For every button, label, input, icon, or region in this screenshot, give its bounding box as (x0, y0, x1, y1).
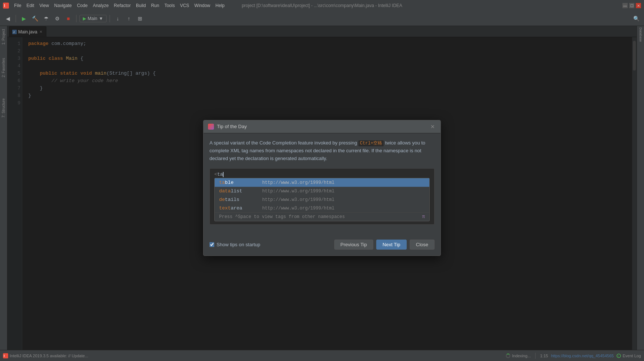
dialog-buttons: Previous Tip Next Tip Close (334, 240, 435, 250)
svg-text:I: I (4, 354, 5, 358)
search-everywhere-button[interactable]: 🔍 (631, 14, 641, 23)
ac-item-textarea[interactable]: textarea http://www.w3.org/1999/html (215, 204, 429, 212)
ac-item-table-name: table (219, 180, 256, 185)
ac-typed-data: data (219, 188, 231, 194)
blog-url-label: https://blog.csdn.net/qq_45454565 (551, 354, 614, 358)
ac-item-table-url: http://www.w3.org/1999/html (262, 180, 334, 185)
close-button[interactable]: ✕ (636, 3, 641, 8)
back-button[interactable]: ◀ (3, 14, 13, 23)
dialog-text-before: A special variant of the Code Completion… (209, 140, 357, 146)
show-tips-label: Show tips on startup (217, 242, 260, 247)
menu-item-run[interactable]: Run (149, 2, 162, 9)
event-log[interactable]: i Event Log (617, 354, 641, 358)
ac-item-datalist-name: datalist (219, 188, 256, 194)
main-layout: 1: Project 2: Favorites 7: Structure J M… (0, 26, 644, 350)
event-log-label: Event Log (622, 354, 641, 358)
demo-tag-bracket: < (214, 172, 217, 177)
toolbar-separator-3 (110, 15, 110, 22)
run-config-dropdown-icon: ▼ (99, 16, 103, 21)
git-push-button[interactable]: ↑ (124, 14, 134, 23)
demo-cursor (223, 172, 224, 177)
indexing-label: Indexing... (512, 354, 531, 358)
menu-item-code[interactable]: Code (75, 2, 90, 9)
show-tips-checkbox-label[interactable]: Show tips on startup (209, 242, 260, 247)
idea-update-status[interactable]: I IntelliJ IDEA 2019.3.5 available: // U… (3, 353, 88, 358)
git-update-button[interactable]: ↓ (113, 14, 123, 23)
stop-button[interactable]: ■ (64, 14, 73, 23)
autocomplete-popup: table http://www.w3.org/1999/html datali… (214, 178, 430, 221)
dialog-title: Tip of the Day (217, 124, 426, 129)
cursor-position[interactable]: 1:15 (540, 354, 548, 358)
terminal-button[interactable]: ⊞ (135, 14, 145, 23)
dialog-title-bar: Tip of the Day ✕ (204, 120, 440, 133)
menu-item-file[interactable]: File (12, 2, 23, 9)
close-dialog-button[interactable]: Close (410, 240, 435, 250)
menu-item-edit[interactable]: Edit (24, 2, 36, 9)
dialog-overlay: Tip of the Day ✕ A special variant of th… (7, 26, 637, 350)
dialog-icon (208, 124, 214, 130)
menu-item-tools[interactable]: Tools (162, 2, 177, 9)
run-config-label: Main (88, 16, 97, 21)
indexing-spinner (506, 354, 510, 358)
dialog-demo-area: <ta table http://www.w3.org/1999/html da… (209, 168, 435, 225)
sidebar-item-favorites[interactable]: 2: Favorites (0, 55, 7, 80)
ac-typed-de: de (219, 197, 225, 202)
coverage-button[interactable]: ☂ (41, 14, 51, 23)
menu-item-view[interactable]: View (37, 2, 51, 9)
show-tips-checkbox[interactable] (209, 242, 214, 247)
ac-item-details-url: http://www.w3.org/1999/html (262, 197, 334, 202)
ac-item-table[interactable]: table http://www.w3.org/1999/html (215, 178, 429, 187)
indexing-indicator: Indexing... (506, 354, 531, 358)
ac-item-details[interactable]: details http://www.w3.org/1999/html (215, 195, 429, 204)
minimize-button[interactable]: — (622, 3, 628, 8)
ac-rest-ble: ble (225, 180, 234, 185)
blog-link[interactable]: https://blog.csdn.net/qq_45454565 (551, 354, 614, 358)
run-config-icon: ▶ (83, 16, 86, 21)
svg-point-6 (617, 354, 621, 358)
pi-icon: π (422, 214, 425, 219)
run-button[interactable]: ▶ (19, 14, 29, 23)
svg-text:i: i (618, 354, 619, 358)
menu-item-help[interactable]: Help (213, 2, 227, 9)
window-controls: — ☐ ✕ (622, 3, 641, 8)
next-tip-button[interactable]: Next Tip (376, 240, 407, 250)
profile-button[interactable]: ⚙ (52, 14, 62, 23)
ac-item-details-name: details (219, 197, 256, 202)
toolbar: ◀ ▶ 🔨 ☂ ⚙ ■ ▶ Main ▼ ↓ ↑ ⊞ 🔍 (0, 11, 644, 26)
position-label: 1:15 (540, 354, 548, 358)
run-config-selector[interactable]: ▶ Main ▼ (79, 15, 107, 22)
status-separator (535, 353, 536, 359)
ac-typed-text: text (219, 205, 231, 211)
menu-item-build[interactable]: Build (134, 2, 148, 9)
autocomplete-hint: Press ^Space to view tags from other nam… (215, 212, 429, 221)
menu-item-window[interactable]: Window (192, 2, 212, 9)
sidebar-item-structure[interactable]: 7: Structure (0, 95, 7, 121)
ac-typed-ta: ta (219, 180, 225, 185)
menu-item-analyze[interactable]: Analyze (91, 2, 111, 9)
svg-text:I: I (4, 4, 5, 8)
ac-item-textarea-url: http://www.w3.org/1999/html (262, 206, 334, 211)
sidebar-item-project[interactable]: 1: Project (0, 26, 7, 48)
toolbar-separator-1 (16, 15, 16, 22)
dialog-body: A special variant of the Code Completion… (204, 133, 440, 237)
event-log-icon: i (617, 354, 621, 358)
idea-logo-small: I (3, 353, 8, 358)
demo-input-line: <ta (214, 172, 430, 177)
tip-of-day-dialog: Tip of the Day ✕ A special variant of th… (203, 120, 441, 256)
dialog-close-icon-button[interactable]: ✕ (429, 123, 436, 130)
menu-item-vcs[interactable]: VCS (178, 2, 192, 9)
menu-bar: // Will be populated by data binding bel… (12, 2, 227, 9)
editor-area: J Main.java ✕ 1 2 3 4 5 6 7 8 9 package … (7, 26, 637, 350)
sidebar-item-database[interactable]: Database (639, 27, 643, 42)
ac-item-datalist-url: http://www.w3.org/1999/html (262, 189, 334, 194)
menu-item-navigate[interactable]: Navigate (52, 2, 74, 9)
maximize-button[interactable]: ☐ (629, 3, 634, 8)
menu-item-refactor[interactable]: Refactor (112, 2, 133, 9)
ac-item-datalist[interactable]: datalist http://www.w3.org/1999/html (215, 187, 429, 195)
right-sidebar: Database (637, 26, 644, 350)
app-logo: I (3, 3, 9, 9)
window-title: project [D:\software\idealU\project] - .… (242, 3, 402, 8)
ac-rest-tails: tails (225, 197, 240, 202)
build-button[interactable]: 🔨 (30, 14, 40, 23)
previous-tip-button[interactable]: Previous Tip (334, 240, 374, 250)
